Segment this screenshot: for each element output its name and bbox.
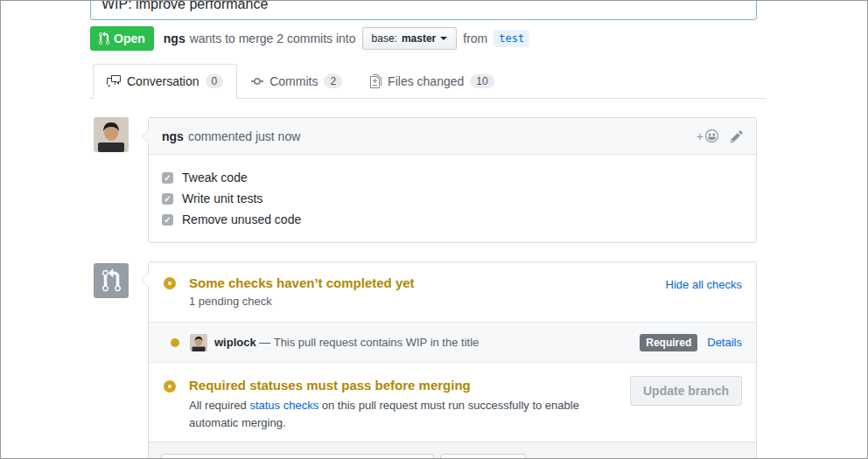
checks-summary-subtitle: 1 pending check bbox=[189, 295, 742, 308]
edit-comment-button[interactable] bbox=[731, 129, 743, 143]
merge-options-button[interactable] bbox=[440, 454, 526, 459]
comment-meta: commented just now bbox=[188, 129, 300, 143]
checkbox-checked-icon[interactable] bbox=[162, 193, 173, 205]
tab-conversation[interactable]: Conversation 0 bbox=[93, 64, 237, 99]
tab-label: Files changed bbox=[388, 74, 464, 88]
pending-dot-icon bbox=[171, 338, 179, 347]
base-branch-name: master bbox=[402, 32, 436, 45]
caret-down-icon bbox=[440, 37, 447, 44]
pr-state-label: Open bbox=[114, 31, 145, 45]
tab-label: Conversation bbox=[127, 74, 200, 88]
tab-count: 0 bbox=[206, 74, 224, 88]
check-text: wiplock — This pull request contains WIP… bbox=[214, 336, 479, 349]
git-pull-request-icon bbox=[99, 31, 109, 45]
status-checks-link[interactable]: status checks bbox=[249, 399, 318, 412]
check-name: wiplock bbox=[214, 336, 256, 349]
details-link[interactable]: Details bbox=[707, 336, 742, 349]
task-label: Write unit tests bbox=[182, 191, 262, 205]
tab-count: 2 bbox=[324, 74, 342, 88]
git-commit-icon bbox=[251, 74, 263, 88]
update-branch-button[interactable]: Update branch bbox=[630, 376, 742, 406]
comment-header: ngs commented just now + bbox=[149, 118, 756, 155]
pending-status-icon bbox=[164, 380, 176, 393]
merge-status-box: Some checks haven’t completed yet 1 pend… bbox=[148, 261, 757, 459]
task-label: Remove unused code bbox=[182, 212, 301, 226]
pr-author[interactable]: ngs bbox=[164, 31, 186, 45]
git-pull-request-icon bbox=[102, 268, 121, 293]
diff-icon bbox=[370, 74, 382, 88]
task-item: Write unit tests bbox=[162, 188, 743, 209]
check-row: wiplock — This pull request contains WIP… bbox=[149, 322, 756, 363]
required-statuses-section: Required statuses must pass before mergi… bbox=[149, 363, 756, 442]
pr-meta-text: wants to merge 2 commits into bbox=[190, 31, 356, 45]
pr-from-text: from bbox=[463, 31, 487, 45]
body-text: on this pull request must run successful… bbox=[189, 399, 579, 429]
pr-state-row: Open ngs wants to merge 2 commits into b… bbox=[90, 26, 529, 51]
checkbox-checked-icon[interactable] bbox=[162, 172, 173, 184]
comment-body: Tweak code Write unit tests Remove unuse… bbox=[149, 155, 756, 242]
tab-commits[interactable]: Commits 2 bbox=[237, 64, 356, 99]
comment-box: ngs commented just now + Tweak code Writ… bbox=[148, 117, 757, 243]
merge-box-footer bbox=[149, 442, 756, 459]
avatar[interactable] bbox=[94, 117, 129, 152]
comment-discussion-icon bbox=[107, 74, 121, 88]
pull-request-page: Open ngs wants to merge 2 commits into b… bbox=[0, 0, 868, 459]
pending-status-icon bbox=[164, 277, 176, 289]
checks-summary-title: Some checks haven’t completed yet bbox=[189, 275, 742, 290]
pr-tabnav: Conversation 0 Commits 2 Files changed 1… bbox=[90, 63, 766, 99]
pr-open-badge: Open bbox=[90, 26, 154, 51]
pr-title-input[interactable] bbox=[90, 0, 757, 20]
smiley-icon bbox=[705, 129, 718, 143]
add-reaction-button[interactable]: + bbox=[696, 129, 718, 143]
pencil-icon bbox=[731, 129, 743, 143]
pr-meta: ngs wants to merge 2 commits into base: … bbox=[164, 27, 529, 50]
head-branch-label[interactable]: test bbox=[494, 30, 529, 47]
body-text: All required bbox=[189, 399, 247, 412]
check-description: — This pull request contains WIP in the … bbox=[259, 336, 479, 349]
base-prefix: base: bbox=[372, 32, 397, 45]
required-badge: Required bbox=[640, 334, 697, 351]
checks-summary-section: Some checks haven’t completed yet 1 pend… bbox=[149, 262, 756, 322]
task-item: Tweak code bbox=[162, 167, 743, 188]
tab-label: Commits bbox=[270, 74, 318, 88]
comment-author[interactable]: ngs bbox=[162, 129, 184, 143]
tab-files-changed[interactable]: Files changed 10 bbox=[356, 64, 508, 99]
base-branch-button[interactable]: base: master bbox=[362, 27, 458, 50]
task-item: Remove unused code bbox=[162, 209, 743, 230]
comment-actions: + bbox=[696, 129, 743, 143]
tab-count: 10 bbox=[470, 74, 494, 88]
required-statuses-body: All required status checks on this pull … bbox=[189, 397, 611, 432]
hide-all-checks-link[interactable]: Hide all checks bbox=[666, 278, 742, 291]
task-label: Tweak code bbox=[182, 170, 248, 184]
merge-timeline-icon bbox=[94, 263, 129, 298]
merge-pull-request-button[interactable] bbox=[161, 454, 434, 459]
check-avatar bbox=[190, 334, 207, 351]
checkbox-checked-icon[interactable] bbox=[162, 214, 173, 226]
